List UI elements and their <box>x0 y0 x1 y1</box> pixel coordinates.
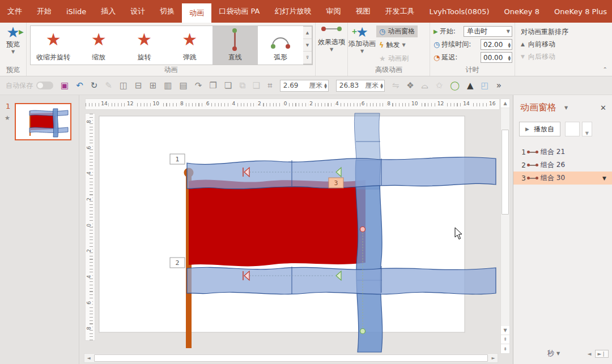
move-earlier-button[interactable]: ▲ 向前移动 <box>521 38 600 50</box>
delay-input[interactable]: 00.00 ▲▼ <box>481 52 512 63</box>
pane-menu-caret[interactable]: ▼ <box>564 105 568 110</box>
freeform-shape-icon[interactable]: ⌓ <box>422 82 428 90</box>
duration-spinner[interactable]: ▲▼ <box>508 42 511 48</box>
horizontal-scroll-thumb[interactable] <box>94 354 488 362</box>
scroll-up-button[interactable]: ▲ <box>501 99 509 108</box>
effect-options-icon <box>323 28 340 31</box>
group-icon[interactable]: ⧉ <box>239 82 245 90</box>
line-path-icon <box>234 31 236 48</box>
path-start-dot <box>360 227 366 232</box>
slide-thumbnail[interactable] <box>15 103 71 140</box>
tab-onekey8plus[interactable]: OneKey 8 Plus <box>547 0 612 23</box>
align-objects-icon[interactable]: ◫ <box>120 82 128 90</box>
animation-shrink-turn[interactable]: ★ 收缩并旋转 <box>31 26 76 65</box>
crop-icon[interactable]: ⌗ <box>267 82 272 90</box>
move-up-button[interactable] <box>565 122 580 136</box>
animation-line-path[interactable]: 直线 <box>212 26 258 65</box>
next-slide-button[interactable]: ⇟ <box>501 344 509 353</box>
move-later-button[interactable]: ▼ 向后移动 <box>521 50 600 63</box>
format-painter-icon[interactable]: ✎ <box>105 82 112 90</box>
tab-onekey8[interactable]: OneKey 8 <box>497 0 547 23</box>
tab-view[interactable]: 视图 <box>348 0 377 23</box>
scroll-down-button[interactable]: ▼ <box>501 326 509 335</box>
bounce-star-icon: ★ <box>182 31 197 48</box>
组合 30[interactable]: 3 组合 30 ▼ <box>513 172 612 185</box>
flip-icon[interactable]: ⇋ <box>392 82 400 90</box>
tab-review[interactable]: 审阅 <box>318 0 348 23</box>
move-down-button[interactable]: ▼ <box>582 122 592 136</box>
send-backward-icon[interactable]: ❏ <box>224 82 232 90</box>
组合 26[interactable]: 2 组合 26 ▼ <box>513 159 612 172</box>
tab-slideshow[interactable]: 幻灯片放映 <box>267 0 318 23</box>
picture-placeholder-icon[interactable]: ◰ <box>481 82 489 90</box>
align-middle-icon[interactable]: ⊞ <box>150 82 157 90</box>
tab-islide[interactable]: iSlide <box>59 0 94 23</box>
shape-height-input[interactable]: 2.69 厘米 ▲▼ <box>280 80 329 92</box>
gallery-more-button[interactable]: ⊽ <box>303 52 312 64</box>
vertical-ribbon[interactable] <box>355 160 382 352</box>
tab-home[interactable]: 开始 <box>29 0 59 23</box>
timeline-zoom-out-icon[interactable]: ◄ <box>588 351 592 357</box>
trigger-button[interactable]: ϟ 触发 ▼ <box>376 39 418 51</box>
tab-lvyhtools[interactable]: LvyhTools(0805) <box>422 0 496 23</box>
previous-slide-button[interactable]: ⇞ <box>501 335 509 344</box>
tab-design[interactable]: 设计 <box>123 0 152 23</box>
align-center-icon[interactable]: ⊟ <box>135 82 142 90</box>
select-objects-icon[interactable]: ❖ <box>406 82 414 90</box>
animation-badge-3-selected[interactable]: 3 <box>329 178 343 188</box>
shape-height-spinner[interactable]: ▲▼ <box>324 83 327 88</box>
more-commands-icon[interactable]: » <box>496 82 502 90</box>
vertical-scrollbar[interactable]: ▲ ▼ ⇞ ⇟ <box>500 99 510 354</box>
duration-input[interactable]: 02.00 ▲▼ <box>481 39 512 50</box>
animation-spin[interactable]: ★ 旋转 <box>121 26 167 65</box>
start-select[interactable]: 单击时 ▼ <box>464 26 512 37</box>
red-flag-shape[interactable] <box>189 179 366 266</box>
distribute-horizontal-icon[interactable]: ▥ <box>164 82 172 90</box>
pane-close-icon[interactable]: ✕ <box>600 104 606 112</box>
scroll-right-button[interactable]: ► <box>489 354 498 362</box>
tab-developer[interactable]: 开发工具 <box>377 0 422 23</box>
animation-badge-2[interactable]: 2 <box>170 258 185 268</box>
组合 21[interactable]: 1 组合 21 ▼ <box>513 145 612 159</box>
animation-star-icon[interactable]: ✩ <box>436 82 443 90</box>
tab-transitions[interactable]: 切换 <box>152 0 182 23</box>
item-dropdown-caret[interactable]: ▼ <box>602 175 606 181</box>
timeline-unit-caret[interactable]: ▼ <box>556 351 560 356</box>
scroll-left-button[interactable]: ◄ <box>84 354 93 362</box>
animation-bounce[interactable]: ★ 弹跳 <box>167 26 212 65</box>
oval-shape-icon[interactable]: ◯ <box>450 82 460 90</box>
undo-icon[interactable]: ↶ <box>76 82 83 90</box>
timeline-zoom-in-icon[interactable]: ►❘ <box>595 350 609 358</box>
horizontal-scrollbar[interactable]: ◄ ► <box>84 353 498 363</box>
effect-options-button[interactable]: 效果选项 ▼ <box>316 23 348 76</box>
delay-spinner[interactable]: ▲▼ <box>508 55 511 61</box>
tab-insert[interactable]: 插入 <box>94 0 123 23</box>
vertical-scroll-thumb[interactable] <box>502 130 509 215</box>
preview-icon[interactable]: ★▶ <box>6 25 19 40</box>
redo-icon[interactable]: ↻ <box>91 82 98 90</box>
preview-dropdown-caret[interactable]: ▼ <box>11 49 15 54</box>
animation-painter-button[interactable]: ★ 动画刷 <box>376 53 418 65</box>
bring-forward-icon[interactable]: ❐ <box>209 82 216 90</box>
shape-width-spinner[interactable]: ▲▼ <box>380 83 383 88</box>
preview-button[interactable]: 预览 <box>6 40 20 49</box>
distribute-vertical-icon[interactable]: ▤ <box>179 82 187 90</box>
collapse-ribbon-button[interactable]: ⌃ <box>603 66 607 72</box>
tab-file[interactable]: 文件 <box>0 0 29 23</box>
animation-pane-button[interactable]: ◷ 动画窗格 <box>376 25 418 37</box>
tab-animations[interactable]: 动画 <box>182 3 211 23</box>
animation-arc-path[interactable]: 弧形 <box>258 26 303 65</box>
animation-zoom[interactable]: ★ 缩放 <box>76 26 121 65</box>
save-icon[interactable]: ▣ <box>61 82 69 90</box>
autosave-toggle[interactable] <box>36 82 53 89</box>
play-from-button[interactable]: ▶ 播放自 <box>519 122 560 136</box>
animation-badge-1[interactable]: 1 <box>170 154 185 164</box>
tab-pocket-animation[interactable]: 口袋动画 PA <box>211 0 267 23</box>
autosave-control[interactable]: 自动保存 <box>6 81 53 91</box>
rotate-object-icon[interactable]: ↷ <box>195 82 202 90</box>
insert-picture-icon[interactable]: ▲ <box>467 82 474 90</box>
ungroup-icon[interactable]: ❑ <box>253 82 260 90</box>
gallery-scroll-up[interactable]: ▲ <box>303 27 312 39</box>
gallery-scroll-down[interactable]: ▼ <box>303 39 312 52</box>
shape-width-input[interactable]: 26.83 厘米 ▲▼ <box>336 80 385 92</box>
